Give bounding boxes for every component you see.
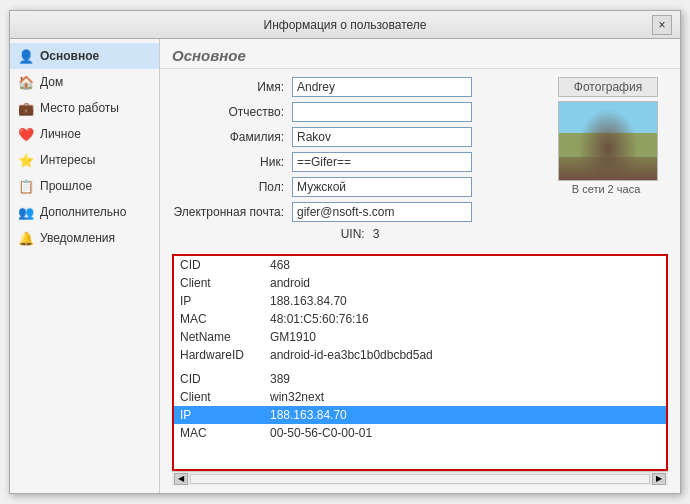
scroll-right-arrow[interactable]: ▶ [652, 473, 666, 485]
field-row-lastname: Фамилия: [172, 127, 548, 147]
online-status: В сети 2 часа [572, 183, 645, 195]
sidebar-label-interests: Интересы [40, 153, 95, 167]
label-firstname: Имя: [172, 80, 292, 94]
photo-area: Фотография В сети 2 часа [548, 77, 668, 246]
field-row-firstname: Имя: [172, 77, 548, 97]
sidebar-item-extra[interactable]: 👥Дополнительно [10, 199, 159, 225]
table-row[interactable]: MAC48:01:C5:60:76:16 [174, 310, 666, 328]
sidebar: 👤Основное🏠Дом💼Место работы❤️Личное⭐Интер… [10, 39, 160, 493]
sidebar-item-home[interactable]: 🏠Дом [10, 69, 159, 95]
input-firstname[interactable] [292, 77, 472, 97]
info-value: 389 [264, 364, 666, 388]
table-row[interactable]: Clientwin32next [174, 388, 666, 406]
main-icon: 👤 [18, 48, 34, 64]
window-title: Информация о пользователе [38, 18, 652, 32]
info-table: CID468ClientandroidIP188.163.84.70MAC48:… [174, 256, 666, 442]
input-nick[interactable] [292, 152, 472, 172]
home-icon: 🏠 [18, 74, 34, 90]
info-key: HardwareID [174, 346, 264, 364]
field-row-email: Электронная почта: [172, 202, 548, 222]
label-gender: Пол: [172, 180, 292, 194]
info-value: win32next [264, 388, 666, 406]
content-area: 👤Основное🏠Дом💼Место работы❤️Личное⭐Интер… [10, 39, 680, 493]
info-key: IP [174, 292, 264, 310]
info-key: NetName [174, 328, 264, 346]
input-lastname[interactable] [292, 127, 472, 147]
info-key: MAC [174, 424, 264, 442]
sidebar-item-work[interactable]: 💼Место работы [10, 95, 159, 121]
input-gender[interactable] [292, 177, 472, 197]
photo-image [558, 101, 658, 181]
title-bar: Информация о пользователе × [10, 11, 680, 39]
info-value: 468 [264, 256, 666, 274]
table-row[interactable]: HardwareIDandroid-id-ea3bc1b0dbcbd5ad [174, 346, 666, 364]
info-key: CID [174, 364, 264, 388]
form-area: Имя: Отчество: Фамилия: Ник: [160, 69, 680, 254]
scroll-track-h[interactable] [190, 474, 650, 484]
sidebar-item-main[interactable]: 👤Основное [10, 43, 159, 69]
main-panel: Основное Имя: Отчество: Фамилия: [160, 39, 680, 493]
photo-label: Фотография [558, 77, 658, 97]
info-value: 188.163.84.70 [264, 292, 666, 310]
info-value: android-id-ea3bc1b0dbcbd5ad [264, 346, 666, 364]
sidebar-item-interests[interactable]: ⭐Интересы [10, 147, 159, 173]
sidebar-item-past[interactable]: 📋Прошлое [10, 173, 159, 199]
bottom-area: CID468ClientandroidIP188.163.84.70MAC48:… [160, 254, 680, 493]
past-icon: 📋 [18, 178, 34, 194]
label-patronymic: Отчество: [172, 105, 292, 119]
label-nick: Ник: [172, 155, 292, 169]
label-uin: UIN: [341, 227, 373, 241]
personal-icon: ❤️ [18, 126, 34, 142]
field-row-nick: Ник: [172, 152, 548, 172]
sidebar-label-personal: Личное [40, 127, 81, 141]
sidebar-label-home: Дом [40, 75, 63, 89]
field-row-patronymic: Отчество: [172, 102, 548, 122]
table-row[interactable]: NetNameGM1910 [174, 328, 666, 346]
table-row[interactable]: CID468 [174, 256, 666, 274]
sidebar-label-past: Прошлое [40, 179, 92, 193]
label-email: Электронная почта: [172, 205, 292, 219]
table-row[interactable]: IP188.163.84.70 [174, 292, 666, 310]
sidebar-label-notifications: Уведомления [40, 231, 115, 245]
table-row[interactable]: MAC00-50-56-C0-00-01 [174, 424, 666, 442]
field-row-gender: Пол: [172, 177, 548, 197]
info-key: Client [174, 274, 264, 292]
sidebar-label-main: Основное [40, 49, 99, 63]
info-value: 48:01:C5:60:76:16 [264, 310, 666, 328]
label-lastname: Фамилия: [172, 130, 292, 144]
uin-row: UIN: 3 [172, 227, 548, 241]
input-patronymic[interactable] [292, 102, 472, 122]
scroll-left-arrow[interactable]: ◀ [174, 473, 188, 485]
main-window: Информация о пользователе × 👤Основное🏠До… [9, 10, 681, 494]
info-value: 00-50-56-C0-00-01 [264, 424, 666, 442]
sidebar-item-notifications[interactable]: 🔔Уведомления [10, 225, 159, 251]
sidebar-label-work: Место работы [40, 101, 119, 115]
horizontal-scrollbar[interactable]: ◀ ▶ [172, 471, 668, 485]
table-row[interactable]: IP188.163.84.70 [174, 406, 666, 424]
info-key: Client [174, 388, 264, 406]
info-value: android [264, 274, 666, 292]
sidebar-label-extra: Дополнительно [40, 205, 126, 219]
table-row[interactable]: Clientandroid [174, 274, 666, 292]
extra-icon: 👥 [18, 204, 34, 220]
table-row[interactable]: CID389 [174, 364, 666, 388]
value-uin: 3 [373, 227, 380, 241]
sidebar-item-personal[interactable]: ❤️Личное [10, 121, 159, 147]
info-value: GM1910 [264, 328, 666, 346]
work-icon: 💼 [18, 100, 34, 116]
interests-icon: ⭐ [18, 152, 34, 168]
info-key: IP [174, 406, 264, 424]
info-key: MAC [174, 310, 264, 328]
form-fields: Имя: Отчество: Фамилия: Ник: [172, 77, 548, 246]
close-button[interactable]: × [652, 15, 672, 35]
info-value: 188.163.84.70 [264, 406, 666, 424]
section-header: Основное [160, 39, 680, 69]
info-key: CID [174, 256, 264, 274]
notifications-icon: 🔔 [18, 230, 34, 246]
info-table-container[interactable]: CID468ClientandroidIP188.163.84.70MAC48:… [172, 254, 668, 471]
input-email[interactable] [292, 202, 472, 222]
